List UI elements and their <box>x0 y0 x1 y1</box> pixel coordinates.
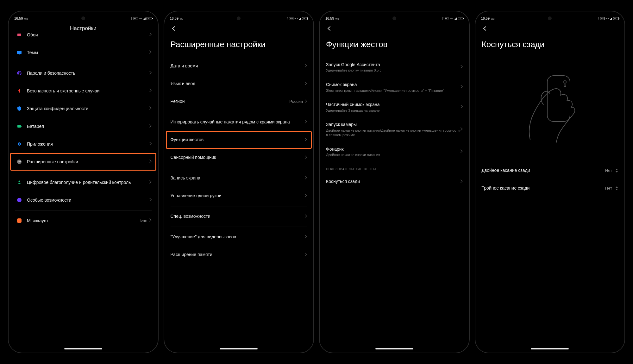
settings-list[interactable]: Двойное касание сзадиНетТройное касание … <box>475 57 625 353</box>
back-button[interactable] <box>326 25 332 32</box>
battery-icon: 73 <box>613 17 619 20</box>
list-item-label: Темы <box>27 50 149 56</box>
chevron-right-icon <box>149 89 152 93</box>
phone-screen-0: 16:59WBᛒHD4G◢74НастройкиОбоиТемыПароли и… <box>8 11 159 353</box>
divider <box>15 210 152 210</box>
settings-list[interactable]: Дата и времяЯзык и вводРегионРоссияИгнор… <box>164 57 314 353</box>
home-indicator[interactable] <box>220 348 258 349</box>
chevron-right-icon <box>305 99 307 104</box>
home-indicator[interactable] <box>64 348 102 349</box>
list-item[interactable]: Запись экрана <box>167 169 311 187</box>
list-item[interactable]: Язык и ввод <box>167 75 311 93</box>
svg-point-17 <box>564 81 566 83</box>
bluetooth-icon: ᛒ <box>442 17 444 20</box>
svg-point-13 <box>19 181 20 182</box>
svg-point-10 <box>18 161 19 162</box>
list-item[interactable]: Пароли и безопасность <box>11 64 155 82</box>
list-item-label: Цифровое благополучие и родительский кон… <box>27 179 149 185</box>
list-item[interactable]: Сенсорный помощник <box>167 149 311 166</box>
list-item[interactable]: Батарея <box>11 117 155 135</box>
list-item-value: Нет <box>605 186 612 191</box>
svg-rect-15 <box>17 218 22 223</box>
list-item[interactable]: Двойное касание сзадиНет <box>478 162 622 179</box>
list-item-label: Запуск Google Ассистента <box>326 62 461 68</box>
home-indicator[interactable] <box>375 348 413 349</box>
svg-point-11 <box>19 161 20 162</box>
list-item-label: Расширение памяти <box>171 252 305 258</box>
bluetooth-icon: ᛒ <box>286 17 288 20</box>
sort-icon <box>615 168 618 173</box>
status-wb: WB <box>335 18 339 20</box>
battery-icon <box>15 123 24 129</box>
list-item-value: Ivan <box>140 218 147 223</box>
status-time: 16:59 <box>325 16 334 20</box>
chevron-right-icon <box>149 198 152 202</box>
chevron-right-icon <box>461 65 463 69</box>
list-item[interactable]: Функции жестов <box>166 131 312 149</box>
divider <box>15 172 152 172</box>
list-item-label: Игнорировать случайные нажатия рядом с к… <box>171 119 305 125</box>
chevron-right-icon <box>305 64 307 68</box>
list-item[interactable]: Темы <box>11 44 155 61</box>
list-item[interactable]: Тройное касание сзадиНет <box>478 179 622 197</box>
list-item-label: Регион <box>171 98 290 104</box>
list-item[interactable]: Приложения <box>11 135 155 153</box>
list-item[interactable]: Дата и время <box>167 57 311 75</box>
chevron-right-icon <box>149 180 152 185</box>
list-item[interactable]: Цифровое благополучие и родительский кон… <box>11 173 155 191</box>
list-item-label: Обои <box>27 33 149 38</box>
list-item-label: Сенсорный помощник <box>171 154 305 160</box>
list-item-label: Снимок экрана <box>326 82 461 88</box>
list-item-value: Нет <box>605 168 612 173</box>
back-button[interactable] <box>171 25 177 32</box>
list-item[interactable]: РегионРоссия <box>167 93 311 110</box>
list-item[interactable]: Коснуться сзади <box>322 173 467 191</box>
list-item[interactable]: ФонарикДвойное нажатие кнопки питания <box>322 142 467 162</box>
chevron-right-icon <box>305 253 307 257</box>
divider <box>171 112 307 112</box>
status-time: 16:59 <box>481 16 490 20</box>
list-item-label: Приложения <box>27 141 149 147</box>
chevron-right-icon <box>149 160 152 164</box>
list-item[interactable]: Управление одной рукой <box>167 187 311 205</box>
home-indicator[interactable] <box>531 348 569 349</box>
chevron-right-icon <box>305 214 307 219</box>
chevron-right-icon <box>305 120 307 124</box>
list-item[interactable]: Снимок экранаЖест вниз тремя пальцами/Кн… <box>322 77 467 97</box>
list-item-label: Расширенные настройки <box>27 159 149 165</box>
list-item[interactable]: Запуск Google АссистентаУдерживайте кноп… <box>322 57 467 77</box>
list-item-label: Защита конфиденциальности <box>27 106 149 112</box>
chevron-right-icon <box>305 138 307 142</box>
back-button[interactable] <box>482 25 488 32</box>
list-item[interactable]: Безопасность и экстренные случаи <box>11 82 155 100</box>
list-item[interactable]: Особые возможности <box>11 191 155 209</box>
list-item[interactable]: Обои <box>11 33 155 44</box>
list-item-label: Дата и время <box>171 63 305 69</box>
list-item[interactable]: Расширенные настройки <box>10 153 156 171</box>
divider <box>171 227 307 227</box>
list-item[interactable]: Запуск камерыДвойное нажатие кнопки пита… <box>322 117 467 141</box>
settings-list[interactable]: ОбоиТемыПароли и безопасностьБезопасност… <box>9 33 158 353</box>
list-item-sublabel: Двойное нажатие кнопки питания <box>326 153 461 157</box>
list-item[interactable]: Частичный снимок экранаУдерживайте 3 пал… <box>322 97 467 117</box>
chevron-right-icon <box>305 194 307 198</box>
settings-list[interactable]: Запуск Google АссистентаУдерживайте кноп… <box>320 57 469 353</box>
network-icon: 4G <box>139 17 142 20</box>
list-item[interactable]: Защита конфиденциальности <box>11 100 155 117</box>
list-item[interactable]: Игнорировать случайные нажатия рядом с к… <box>167 113 311 131</box>
chevron-right-icon <box>461 149 463 154</box>
chevron-right-icon <box>149 71 152 75</box>
list-item[interactable]: Спец. возможности <box>167 208 311 225</box>
list-item-label: Безопасность и экстренные случаи <box>27 88 149 94</box>
list-item[interactable]: Расширение памяти <box>167 246 311 264</box>
chevron-right-icon <box>461 105 463 109</box>
chevron-right-icon <box>149 33 152 37</box>
list-item[interactable]: Mi аккаунтIvan <box>11 212 155 229</box>
more-icon <box>15 159 24 165</box>
list-item[interactable]: "Улучшение" для видеовызовов <box>167 228 311 246</box>
status-time: 16:59 <box>14 16 23 20</box>
gear-icon <box>15 141 24 147</box>
svg-rect-5 <box>17 125 21 128</box>
list-item-sublabel: Удерживайте кнопку питания 0.5 с. <box>326 68 461 72</box>
battery-icon: 73 <box>458 17 463 20</box>
